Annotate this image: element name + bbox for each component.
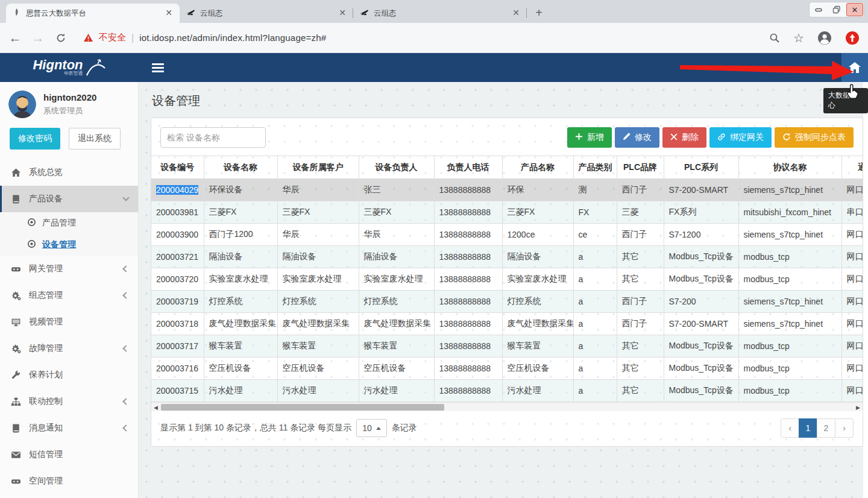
- table-cell: 其它: [617, 380, 664, 402]
- column-header[interactable]: 设备负责人: [359, 156, 434, 179]
- column-header[interactable]: 设备名称: [204, 156, 277, 179]
- table-cell: 猴车装置: [204, 335, 277, 358]
- browser-tab[interactable]: 云组态✕: [353, 4, 527, 23]
- gears-icon: [11, 344, 21, 354]
- menu-toggle-icon[interactable]: [152, 63, 164, 72]
- column-header[interactable]: 产品类别: [573, 156, 617, 179]
- avatar[interactable]: [8, 90, 36, 118]
- extension-icon[interactable]: [845, 31, 860, 45]
- scrollbar-thumb[interactable]: [161, 404, 444, 411]
- page-button-2[interactable]: 2: [817, 418, 835, 438]
- zoom-icon[interactable]: [769, 33, 780, 43]
- table-cell: siemens_s7tcp_hinet: [738, 179, 841, 201]
- table-cell: 200003900: [151, 224, 204, 246]
- table-row[interactable]: 200003717猴车装置猴车装置猴车装置13888888888猴车装置a其它M…: [151, 335, 863, 358]
- url-text[interactable]: iot.idosp.net/admin/index.html?language=…: [139, 33, 326, 43]
- table-cell: 隔油设备: [204, 246, 277, 268]
- table-cell: 灯控系统: [359, 291, 434, 313]
- scroll-right-icon[interactable]: ▶: [854, 403, 863, 412]
- search-input[interactable]: [160, 127, 266, 148]
- sidebar-item-网关管理[interactable]: 网关管理: [0, 256, 138, 282]
- table-cell: 13888888888: [434, 335, 502, 358]
- table-row[interactable]: 200003981三菱FX三菱FX三菱FX13888888888三菱FXFX三菱…: [151, 201, 863, 224]
- tab-close-icon[interactable]: ✕: [164, 8, 174, 18]
- browser-tab[interactable]: 思普云大数据平台✕: [6, 4, 180, 23]
- column-header[interactable]: 负责人电话: [434, 156, 502, 179]
- reload-icon[interactable]: [54, 31, 68, 45]
- sidebar-subitem-设备管理[interactable]: 设备管理: [0, 234, 138, 256]
- logout-button[interactable]: 退出系统: [69, 128, 121, 150]
- restore-button[interactable]: [828, 2, 846, 17]
- 强制同步点表-button[interactable]: 强制同步点表: [775, 127, 854, 148]
- page-button-1[interactable]: 1: [799, 418, 817, 438]
- address-bar[interactable]: 不安全 | iot.idosp.net/admin/index.html?lan…: [77, 32, 760, 43]
- sidebar-item-系统总览[interactable]: 系统总览: [0, 159, 138, 186]
- device-table: 设备编号设备名称设备所属客户设备负责人负责人电话产品名称产品类别PLC品牌PLC…: [151, 156, 863, 402]
- prev-page-button[interactable]: ‹: [781, 418, 799, 438]
- page-size-select[interactable]: 10: [356, 419, 387, 437]
- 绑定网关-button[interactable]: 绑定网关: [709, 127, 772, 148]
- user-name: hignton2020: [43, 92, 96, 102]
- sidebar-item-组态管理[interactable]: 组态管理: [0, 282, 138, 309]
- browser-tab[interactable]: 云组态✕: [180, 4, 353, 23]
- 修改-button[interactable]: 修改: [615, 127, 659, 148]
- column-header[interactable]: 产品名称: [502, 156, 573, 179]
- sidebar-subitem-产品管理[interactable]: 产品管理: [0, 212, 138, 234]
- column-header[interactable]: PLC系列: [664, 156, 738, 179]
- minimize-button[interactable]: [810, 2, 828, 17]
- table-cell: 废气处理数据采集: [277, 313, 359, 335]
- device-panel: 新增修改删除绑定网关强制同步点表 设备编号设备名称设备所属客户设备负责人负责人电…: [151, 118, 863, 447]
- table-row[interactable]: 200003719灯控系统灯控系统灯控系统13888888888灯控系统a西门子…: [151, 291, 863, 313]
- caret-up-icon: [376, 427, 381, 430]
- chevron-left-icon: [122, 345, 129, 351]
- table-row[interactable]: 200003715污水处理污水处理污水处理13888888888污水处理a其它M…: [151, 380, 863, 402]
- change-password-button[interactable]: 修改密码: [10, 128, 60, 150]
- window-controls: ✕: [809, 2, 864, 17]
- column-header[interactable]: PLC品牌: [617, 156, 664, 179]
- bookmark-star-icon[interactable]: ☆: [793, 31, 804, 45]
- tab-close-icon[interactable]: ✕: [511, 8, 521, 18]
- logo[interactable]: Hignton 华辰智通: [0, 53, 139, 82]
- 删除-button[interactable]: 删除: [662, 127, 706, 148]
- security-warning[interactable]: 不安全: [99, 32, 126, 43]
- horizontal-scrollbar[interactable]: ◀ ▶: [151, 402, 863, 411]
- column-header[interactable]: 设备编号: [151, 156, 204, 179]
- table-cell: 网口: [841, 246, 863, 268]
- sidebar-item-短信管理[interactable]: 短信管理: [0, 441, 138, 468]
- table-row[interactable]: 200003718废气处理数据采集废气处理数据采集废气处理数据采集1388888…: [151, 313, 863, 335]
- column-header[interactable]: 通讯方式: [841, 156, 863, 179]
- table-cell: 13888888888: [434, 246, 502, 268]
- sidebar-item-空间管理[interactable]: 空间管理: [0, 468, 138, 494]
- sidebar-item-联动控制[interactable]: 联动控制: [0, 388, 138, 415]
- table-cell: 污水处理: [359, 380, 434, 402]
- table-row[interactable]: 200003720实验室废水处理实验室废水处理实验室废水处理1388888888…: [151, 268, 863, 291]
- sidebar-item-消息通知[interactable]: 消息通知: [0, 415, 138, 441]
- scroll-left-icon[interactable]: ◀: [151, 403, 160, 412]
- back-icon[interactable]: ←: [8, 31, 22, 45]
- table-row[interactable]: 200003721隔油设备隔油设备隔油设备13888888888隔油设备a其它M…: [151, 246, 863, 268]
- sidebar-item-产品设备[interactable]: 产品设备: [0, 186, 138, 212]
- new-tab-button[interactable]: +: [530, 5, 547, 22]
- next-page-button[interactable]: ›: [835, 418, 854, 438]
- table-row[interactable]: 200003716空压机设备空压机设备空压机设备13888888888空压机设备…: [151, 358, 863, 380]
- forward-icon[interactable]: →: [31, 31, 45, 45]
- table-row[interactable]: 200003900西门子1200华辰华辰138888888881200cece西…: [151, 224, 863, 246]
- sidebar-item-故障管理[interactable]: 故障管理: [0, 335, 138, 362]
- table-cell: 网口: [841, 224, 863, 246]
- table-row[interactable]: 200004029环保设备华辰张三13888888888环保测西门子S7-200…: [151, 179, 863, 201]
- home-icon: [11, 168, 21, 178]
- tab-close-icon[interactable]: ✕: [338, 8, 347, 18]
- column-header[interactable]: 设备所属客户: [277, 156, 359, 179]
- sidebar-item-视频管理[interactable]: 视频管理: [0, 309, 138, 335]
- table-cell: 灯控系统: [502, 291, 573, 313]
- close-button[interactable]: ✕: [846, 3, 863, 16]
- bigdata-home-button[interactable]: [841, 53, 868, 82]
- 新增-button[interactable]: 新增: [567, 127, 612, 148]
- table-cell: 三菱FX: [359, 201, 434, 224]
- sidebar-item-保养计划[interactable]: 保养计划: [0, 362, 138, 388]
- profile-avatar-icon[interactable]: [817, 31, 832, 45]
- tab-title: 思普云大数据平台: [26, 8, 159, 19]
- device-table-viewport: 设备编号设备名称设备所属客户设备负责人负责人电话产品名称产品类别PLC品牌PLC…: [151, 156, 863, 402]
- column-header[interactable]: 协议名称: [738, 156, 841, 179]
- table-cell: 灯控系统: [277, 291, 359, 313]
